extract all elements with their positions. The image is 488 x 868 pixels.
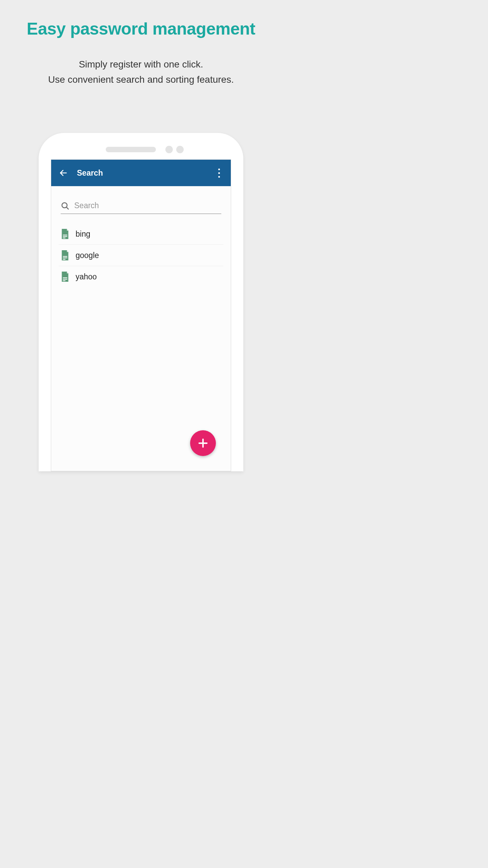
subtitle-line-2: Use convenient search and sorting featur… xyxy=(48,74,234,85)
arrow-left-icon xyxy=(59,169,68,177)
list-item-label: google xyxy=(76,251,99,260)
list-item[interactable]: google xyxy=(59,245,223,266)
dot-icon xyxy=(218,176,220,178)
phone-mockup: Search Search xyxy=(39,133,243,471)
app-bar: Search xyxy=(51,160,231,186)
app-screen: Search Search xyxy=(51,159,231,471)
svg-rect-4 xyxy=(63,236,67,237)
subtitle-line-1: Simply register with one click. xyxy=(79,59,203,70)
svg-rect-5 xyxy=(63,238,66,238)
svg-rect-7 xyxy=(63,257,67,258)
svg-rect-11 xyxy=(63,280,66,281)
list-item-label: bing xyxy=(76,230,90,239)
svg-rect-8 xyxy=(63,259,66,260)
phone-camera-1 xyxy=(165,146,173,153)
document-icon xyxy=(61,272,69,282)
back-button[interactable] xyxy=(57,167,69,179)
list-item-label: yahoo xyxy=(76,272,97,281)
search-placeholder: Search xyxy=(74,201,99,210)
svg-rect-10 xyxy=(63,279,67,279)
dot-icon xyxy=(218,172,220,174)
phone-speaker xyxy=(106,147,156,152)
search-field[interactable]: Search xyxy=(61,186,221,214)
list-item[interactable]: yahoo xyxy=(59,266,223,287)
page-title: Easy password management xyxy=(0,0,282,39)
app-bar-title: Search xyxy=(77,169,103,178)
list-item[interactable]: bing xyxy=(59,223,223,245)
password-list: bing google xyxy=(51,223,231,287)
add-button[interactable] xyxy=(190,430,216,456)
overflow-menu-button[interactable] xyxy=(214,167,224,179)
document-icon xyxy=(61,229,69,239)
svg-rect-9 xyxy=(63,277,67,278)
document-icon xyxy=(61,250,69,260)
search-icon xyxy=(61,201,69,210)
page-subtitle: Simply register with one click. Use conv… xyxy=(0,57,282,87)
dot-icon xyxy=(218,169,220,170)
svg-line-2 xyxy=(66,207,68,209)
svg-rect-6 xyxy=(63,256,67,257)
plus-icon xyxy=(197,437,209,449)
phone-camera-2 xyxy=(176,146,184,153)
svg-rect-3 xyxy=(63,235,67,235)
